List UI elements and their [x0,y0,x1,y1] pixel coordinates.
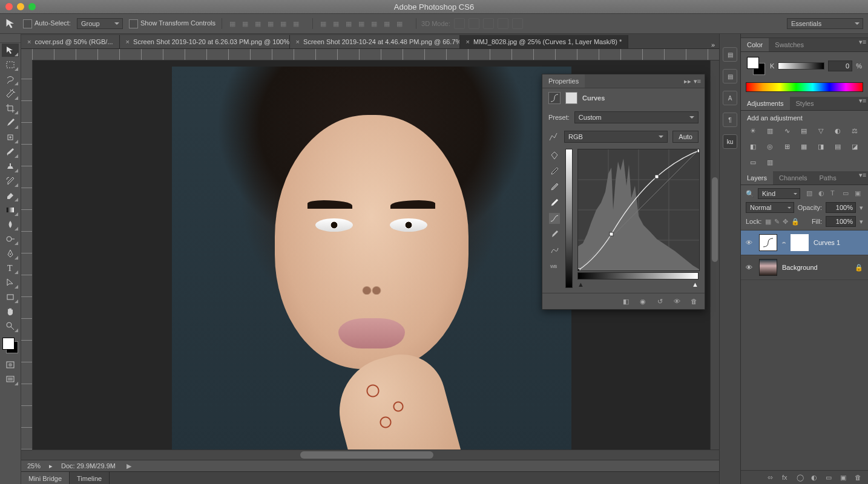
new-adjustment-layer-icon[interactable]: ◐ [811,474,820,482]
document-tab-3[interactable]: ×MMJ_8028.jpg @ 25% (Curves 1, Layer Mas… [460,35,629,48]
crop-tool-icon[interactable] [2,102,19,115]
vibrance-icon[interactable]: ▽ [815,125,827,136]
paths-tab[interactable]: Paths [814,171,843,185]
align-top-edges-icon[interactable]: ▦ [227,18,238,29]
lock-all-icon[interactable]: 🔒 [791,218,800,226]
history-brush-tool-icon[interactable] [2,174,19,188]
color-lookup-icon[interactable]: ▦ [798,141,810,152]
screen-mode-icon[interactable] [2,373,19,386]
minimize-window-button[interactable] [17,3,24,10]
gradient-tool-icon[interactable] [2,203,19,217]
distribute-right-icon[interactable]: ▦ [381,18,392,29]
panel-menu-icon[interactable]: ▾≡ [694,77,701,85]
threed-slide-icon[interactable] [498,18,508,29]
properties-panel[interactable]: Properties ▸▸▾≡ Curves Preset: Custom [542,74,705,310]
close-tab-icon[interactable]: × [126,38,130,45]
filter-type-layer-icon[interactable]: T [830,189,839,198]
status-menu-icon[interactable]: ▸ [49,462,53,470]
lock-position-icon[interactable]: ✥ [783,218,788,226]
add-mask-icon[interactable]: ◯ [797,474,805,482]
history-panel-icon[interactable]: ▤ [723,47,737,62]
lasso-tool-icon[interactable] [2,73,19,86]
blend-mode-dropdown[interactable]: Normal [746,202,794,213]
reset-adjustment-icon[interactable]: ↺ [655,296,665,306]
properties-panel-menu[interactable]: ▸▸▾≡ [680,77,705,85]
layer-name[interactable]: Background [782,264,818,271]
on-image-adjust-icon[interactable] [549,150,560,161]
distribute-bottom-icon[interactable]: ▦ [343,18,354,29]
filter-pixel-icon[interactable]: ▧ [806,189,815,198]
align-horizontal-centers-icon[interactable]: ▦ [278,18,289,29]
threshold-icon[interactable]: ◪ [849,141,861,152]
channel-mixer-icon[interactable]: ⊞ [781,141,793,152]
healing-brush-tool-icon[interactable] [2,131,19,144]
curves-graph[interactable] [577,149,700,271]
posterize-icon[interactable]: ▤ [832,141,844,152]
edit-points-icon[interactable] [549,213,560,224]
properties-tab[interactable]: Properties [542,74,585,88]
opacity-flyout-icon[interactable]: ▾ [860,204,863,212]
zoom-window-button[interactable] [28,3,36,10]
channel-dropdown[interactable]: RGB [564,131,668,143]
eyedropper-tool-icon[interactable] [2,116,19,129]
threed-orbit-icon[interactable] [454,18,465,29]
new-layer-icon[interactable]: ▣ [840,474,849,482]
mask-icon[interactable] [565,92,577,104]
brightness-contrast-icon[interactable]: ☀ [747,125,759,136]
distribute-left-icon[interactable]: ▦ [356,18,367,29]
close-tab-icon[interactable]: × [466,38,470,45]
layers-panel-menu-icon[interactable]: ▾≡ [857,171,868,185]
kuler-panel-icon[interactable]: ku [723,134,737,149]
preset-dropdown[interactable]: Custom [574,111,699,123]
color-balance-icon[interactable]: ⚖ [849,125,861,136]
layer-thumbnail-curves-icon[interactable] [759,234,777,251]
color-spectrum-bar[interactable] [746,82,863,92]
document-tab-2[interactable]: ×Screen Shot 2019-10-24 at 4.46.48 PM.pn… [290,35,460,48]
close-tab-icon[interactable]: × [296,38,300,45]
link-icon[interactable]: 𝄐 [782,239,786,247]
align-right-edges-icon[interactable]: ▦ [291,18,301,29]
curves-icon[interactable]: ∿ [781,125,793,136]
horizontal-ruler[interactable] [32,49,719,60]
workspace-switcher[interactable]: Essentials [787,18,863,29]
levels-icon[interactable]: ▥ [764,125,776,136]
pen-tool-icon[interactable] [2,247,19,260]
distribute-top-icon[interactable]: ▦ [318,18,329,29]
auto-align-icon[interactable]: ▦ [394,18,405,29]
sample-white-point-icon[interactable] [549,197,560,208]
blur-tool-icon[interactable] [2,218,19,231]
white-balance-icon[interactable]: WB [549,260,560,271]
close-window-button[interactable] [5,3,13,10]
new-group-icon[interactable]: ▭ [826,474,834,482]
layer-effects-icon[interactable]: fx [782,474,791,482]
adjustments-panel-menu-icon[interactable]: ▾≡ [857,97,868,110]
view-previous-state-icon[interactable]: ◉ [638,296,648,306]
filter-shape-icon[interactable]: ▭ [843,189,851,198]
photo-filter-icon[interactable]: ◎ [764,141,776,152]
canvas[interactable]: Properties ▸▸▾≡ Curves Preset: Custom [33,60,710,450]
auto-button[interactable]: Auto [672,131,699,143]
fill-input[interactable]: 100% [826,216,856,227]
threed-zoom-icon[interactable] [512,18,523,29]
rectangle-tool-icon[interactable] [2,290,19,304]
gradient-map-icon[interactable]: ▭ [747,157,759,168]
k-slider[interactable] [778,62,824,70]
clip-to-layer-icon[interactable]: ◧ [621,296,631,306]
layer-visibility-icon[interactable]: 👁 [746,264,754,271]
black-slider-icon[interactable]: ▲ [577,281,584,288]
path-selection-tool-icon[interactable] [2,276,19,289]
draw-curve-icon[interactable] [549,229,560,240]
k-value-input[interactable]: 0 [828,60,852,71]
eraser-tool-icon[interactable] [2,189,19,202]
zoom-readout[interactable]: 25% [27,462,41,469]
actions-panel-icon[interactable]: ▤ [723,69,737,83]
current-tool-icon[interactable] [5,19,17,28]
align-left-edges-icon[interactable]: ▦ [265,18,276,29]
brush-tool-icon[interactable] [2,145,19,159]
auto-tool-icon[interactable] [548,132,559,142]
document-tab-0[interactable]: ×cover.psd @ 50% (RGB/... [21,35,120,48]
link-layers-icon[interactable]: ⬄ [768,474,776,482]
mini-bridge-tab[interactable]: Mini Bridge [21,472,70,484]
doc-size-readout[interactable]: Doc: 29.9M/29.9M [61,462,116,469]
move-tool-icon[interactable] [2,44,19,57]
